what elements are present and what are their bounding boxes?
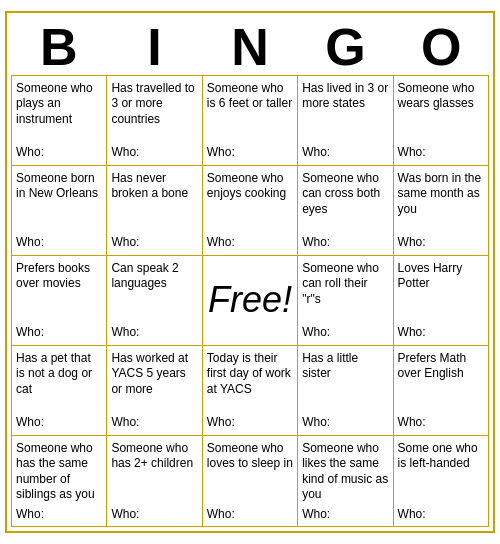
bingo-cell-22[interactable]: Someone who loves to sleep inWho:	[203, 436, 298, 528]
cell-text-18: Has a little sister	[302, 351, 388, 411]
bingo-cell-8[interactable]: Someone who can cross both eyesWho:	[298, 166, 393, 256]
bingo-cell-15[interactable]: Has a pet that is not a dog or catWho:	[12, 346, 107, 436]
cell-text-0: Someone who plays an instrument	[16, 81, 102, 141]
bingo-header: B I N G O	[11, 17, 489, 75]
cell-who-20: Who:	[16, 507, 44, 523]
letter-n: N	[205, 21, 295, 73]
cell-who-23: Who:	[302, 507, 330, 523]
bingo-cell-20[interactable]: Someone who has the same number of sibli…	[12, 436, 107, 528]
cell-text-17: Today is their first day of work at YACS	[207, 351, 293, 411]
bingo-cell-24[interactable]: Some one who is left-handedWho:	[394, 436, 489, 528]
bingo-cell-3[interactable]: Has lived in 3 or more statesWho:	[298, 76, 393, 166]
bingo-cell-17[interactable]: Today is their first day of work at YACS…	[203, 346, 298, 436]
cell-who-5: Who:	[16, 235, 44, 251]
cell-text-16: Has worked at YACS 5 years or more	[111, 351, 197, 411]
cell-text-6: Has never broken a bone	[111, 171, 197, 231]
cell-text-19: Prefers Math over English	[398, 351, 484, 411]
cell-who-0: Who:	[16, 145, 44, 161]
bingo-cell-18[interactable]: Has a little sisterWho:	[298, 346, 393, 436]
cell-text-3: Has lived in 3 or more states	[302, 81, 388, 141]
cell-who-19: Who:	[398, 415, 426, 431]
cell-text-20: Someone who has the same number of sibli…	[16, 441, 102, 503]
cell-text-2: Someone who is 6 feet or taller	[207, 81, 293, 141]
bingo-cell-4[interactable]: Someone who wears glassesWho:	[394, 76, 489, 166]
bingo-cell-13[interactable]: Someone who can roll their "r"sWho:	[298, 256, 393, 346]
bingo-cell-2[interactable]: Someone who is 6 feet or tallerWho:	[203, 76, 298, 166]
cell-text-13: Someone who can roll their "r"s	[302, 261, 388, 321]
bingo-cell-1[interactable]: Has travelled to 3 or more countriesWho:	[107, 76, 202, 166]
cell-who-8: Who:	[302, 235, 330, 251]
bingo-cell-9[interactable]: Was born in the same month as youWho:	[394, 166, 489, 256]
cell-who-13: Who:	[302, 325, 330, 341]
bingo-cell-21[interactable]: Someone who has 2+ childrenWho:	[107, 436, 202, 528]
cell-who-2: Who:	[207, 145, 235, 161]
cell-text-21: Someone who has 2+ children	[111, 441, 197, 503]
bingo-cell-0[interactable]: Someone who plays an instrumentWho:	[12, 76, 107, 166]
bingo-cell-14[interactable]: Loves Harry PotterWho:	[394, 256, 489, 346]
cell-who-3: Who:	[302, 145, 330, 161]
cell-who-9: Who:	[398, 235, 426, 251]
cell-text-4: Someone who wears glasses	[398, 81, 484, 141]
cell-who-4: Who:	[398, 145, 426, 161]
cell-text-23: Someone who likes the same kind of music…	[302, 441, 388, 503]
cell-text-22: Someone who loves to sleep in	[207, 441, 293, 503]
free-space-label: Free!	[208, 277, 292, 324]
bingo-cell-19[interactable]: Prefers Math over EnglishWho:	[394, 346, 489, 436]
cell-text-1: Has travelled to 3 or more countries	[111, 81, 197, 141]
bingo-grid: Someone who plays an instrumentWho:Has t…	[11, 75, 489, 528]
cell-text-15: Has a pet that is not a dog or cat	[16, 351, 102, 411]
bingo-cell-23[interactable]: Someone who likes the same kind of music…	[298, 436, 393, 528]
cell-text-11: Can speak 2 languages	[111, 261, 197, 321]
cell-who-21: Who:	[111, 507, 139, 523]
letter-i: I	[109, 21, 199, 73]
cell-who-17: Who:	[207, 415, 235, 431]
cell-text-5: Someone born in New Orleans	[16, 171, 102, 231]
cell-who-15: Who:	[16, 415, 44, 431]
cell-text-24: Some one who is left-handed	[398, 441, 484, 503]
cell-who-16: Who:	[111, 415, 139, 431]
letter-b: B	[14, 21, 104, 73]
bingo-cell-12[interactable]: Free!	[203, 256, 298, 346]
letter-o: O	[396, 21, 486, 73]
bingo-cell-16[interactable]: Has worked at YACS 5 years or moreWho:	[107, 346, 202, 436]
bingo-cell-10[interactable]: Prefers books over moviesWho:	[12, 256, 107, 346]
cell-who-1: Who:	[111, 145, 139, 161]
cell-who-14: Who:	[398, 325, 426, 341]
cell-who-18: Who:	[302, 415, 330, 431]
cell-who-22: Who:	[207, 507, 235, 523]
cell-who-10: Who:	[16, 325, 44, 341]
bingo-cell-6[interactable]: Has never broken a boneWho:	[107, 166, 202, 256]
cell-text-10: Prefers books over movies	[16, 261, 102, 321]
cell-who-11: Who:	[111, 325, 139, 341]
cell-text-7: Someone who enjoys cooking	[207, 171, 293, 231]
cell-who-7: Who:	[207, 235, 235, 251]
letter-g: G	[301, 21, 391, 73]
bingo-cell-5[interactable]: Someone born in New OrleansWho:	[12, 166, 107, 256]
bingo-cell-11[interactable]: Can speak 2 languagesWho:	[107, 256, 202, 346]
cell-text-8: Someone who can cross both eyes	[302, 171, 388, 231]
cell-text-9: Was born in the same month as you	[398, 171, 484, 231]
cell-who-6: Who:	[111, 235, 139, 251]
bingo-cell-7[interactable]: Someone who enjoys cookingWho:	[203, 166, 298, 256]
bingo-card: B I N G O Someone who plays an instrumen…	[5, 11, 495, 534]
cell-text-14: Loves Harry Potter	[398, 261, 484, 321]
cell-who-24: Who:	[398, 507, 426, 523]
